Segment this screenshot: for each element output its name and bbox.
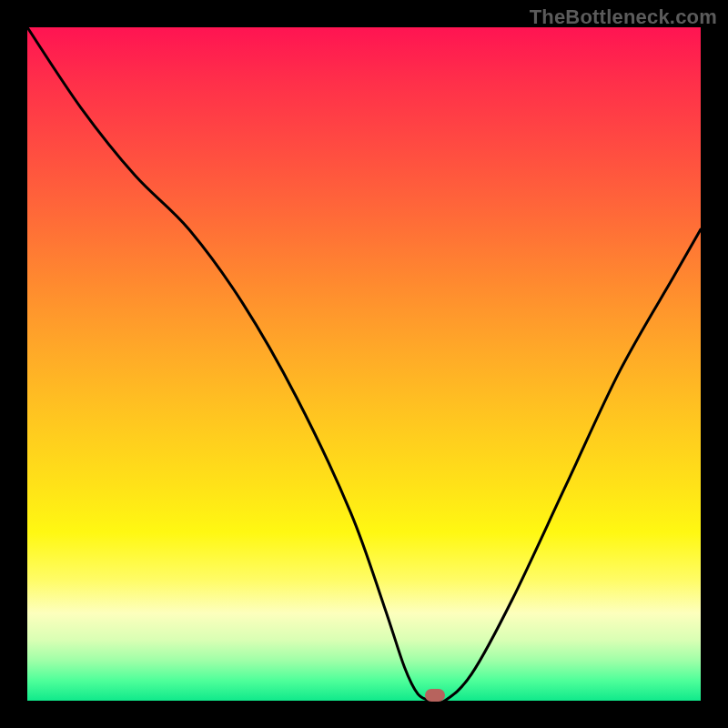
watermark-text: TheBottleneck.com: [530, 5, 717, 29]
bottleneck-curve: [27, 27, 701, 701]
chart-container: TheBottleneck.com: [0, 0, 728, 728]
optimal-point-marker: [425, 689, 445, 702]
plot-area: [27, 27, 701, 701]
